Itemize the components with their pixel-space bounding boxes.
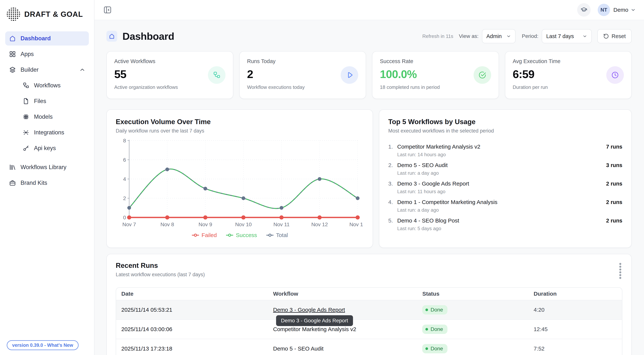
more-options-button[interactable] (618, 262, 622, 282)
last-run-label: Last run: 11 hours ago (397, 189, 622, 194)
svg-text:Nov 11: Nov 11 (274, 222, 290, 227)
svg-text:8: 8 (123, 138, 126, 144)
sidebar-item-label: Workflows (34, 82, 60, 89)
workflow-tooltip: Demo 3 - Google Ads Report (276, 315, 353, 326)
rank-label: 4. (388, 199, 397, 205)
topbar: NT Demo (94, 0, 644, 20)
reset-button[interactable]: Reset (597, 29, 632, 43)
sidebar-item-api-keys[interactable]: Api keys (5, 141, 89, 155)
learn-button[interactable] (577, 3, 590, 16)
workflow-name[interactable]: Demo 5 - SEO Audit (397, 162, 448, 168)
avatar[interactable]: NT (598, 4, 610, 16)
sidebar-item-workflows-library[interactable]: Workflows Library (5, 160, 89, 174)
version-badge[interactable]: version 0.39.0 - What's New (7, 340, 78, 350)
status-dot-icon (426, 328, 428, 330)
status-dot-icon (426, 308, 428, 311)
status-dot-icon (426, 347, 428, 350)
run-duration: 12:45 (528, 320, 622, 339)
sidebar-item-integrations[interactable]: Integrations (5, 126, 89, 140)
header-controls: Refresh in 11s View as: Admin Period: La… (422, 29, 632, 43)
reset-icon (603, 34, 609, 39)
last-run-label: Last run: a day ago (397, 207, 622, 213)
integrations-icon (22, 129, 30, 136)
dashboard-content: Dashboard Refresh in 11s View as: Admin … (94, 20, 644, 355)
period-value: Last 7 days (546, 33, 574, 40)
last-run-label: Last run: 14 hours ago (397, 152, 622, 158)
check-circle-icon (474, 66, 491, 84)
workflow-link[interactable]: Competitor Marketing Analysis v2 (273, 326, 356, 332)
legend-item-total[interactable]: Total (266, 232, 288, 238)
list-item[interactable]: 5.Demo 4 - SEO Blog Post2 runs Last run:… (388, 218, 622, 232)
list-item[interactable]: 1.Competitor Marketing Analysis v27 runs… (388, 144, 622, 158)
runs-count: 2 runs (606, 181, 622, 187)
legend-item-failed[interactable]: Failed (192, 232, 217, 238)
stat-label: Success Rate (380, 58, 491, 64)
legend-item-success[interactable]: Success (226, 232, 257, 238)
workflow-link[interactable]: Demo 5 - SEO Audit (273, 346, 324, 352)
workflow-link[interactable]: Demo 3 - Google Ads Report (273, 307, 345, 313)
column-header-duration[interactable]: Duration (528, 288, 622, 300)
list-item[interactable]: 2.Demo 5 - SEO Audit3 runs Last run: a d… (388, 162, 622, 176)
sidebar-item-label: Apps (20, 51, 34, 58)
run-status: Done (417, 339, 528, 355)
workflow-name[interactable]: Demo 4 - SEO Blog Post (397, 218, 459, 224)
panel-collapse-icon (103, 6, 112, 14)
table-row[interactable]: 2025/11/13 17:23:18 Demo 5 - SEO Audit D… (116, 339, 622, 355)
sidebar-nav: Dashboard Apps Builder Workflows Files (5, 31, 89, 190)
briefcase-icon (9, 179, 16, 186)
chevron-down-icon[interactable] (630, 7, 636, 12)
home-icon (9, 35, 16, 42)
list-item[interactable]: 4.Demo 1 - Competitor Marketing Analysis… (388, 199, 622, 213)
line-chart[interactable]: 02468Nov 7Nov 8Nov 9Nov 10Nov 11Nov 12No… (116, 137, 364, 231)
sidebar-item-brand-kits[interactable]: Brand Kits (5, 176, 89, 190)
last-run-label: Last run: a day ago (397, 170, 622, 176)
sidebar-item-apps[interactable]: Apps (5, 47, 89, 61)
run-status: Done (417, 320, 528, 339)
rank-label: 1. (388, 144, 397, 150)
status-badge: Done (422, 305, 448, 314)
dashboard-home-icon-box[interactable] (106, 31, 117, 42)
svg-text:0: 0 (123, 215, 126, 220)
sidebar-item-label: Integrations (34, 129, 64, 136)
topbar-right: NT Demo (577, 3, 636, 16)
sidebar-item-files[interactable]: Files (5, 94, 89, 108)
workflow-name[interactable]: Demo 1 - Competitor Marketing Analysis (397, 199, 498, 205)
run-workflow[interactable]: Demo 5 - SEO Audit (268, 339, 417, 355)
dots-vertical-icon (619, 262, 622, 280)
sidebar-item-label: Files (34, 98, 46, 104)
column-header-workflow[interactable]: Workflow (268, 288, 417, 300)
recent-runs-table: Date Workflow Status Duration 2025/11/14… (116, 287, 622, 355)
charts-row: Execution Volume Over Time Daily workflo… (106, 109, 632, 248)
workflow-name[interactable]: Demo 3 - Google Ads Report (397, 180, 469, 187)
svg-text:Nov 13: Nov 13 (350, 222, 363, 227)
table-row[interactable]: 2025/11/14 05:53:21 Demo 3 - Google Ads … (116, 300, 622, 320)
svg-text:Nov 8: Nov 8 (160, 222, 174, 227)
chevron-down-icon (506, 34, 511, 39)
chevron-up-icon (80, 67, 85, 72)
sidebar-item-builder[interactable]: Builder (5, 63, 89, 77)
column-header-status[interactable]: Status (417, 288, 528, 300)
period-select[interactable]: Last 7 days (542, 29, 592, 43)
run-duration: 7:52 (528, 339, 622, 355)
sidebar-item-workflows[interactable]: Workflows (5, 78, 89, 92)
sidebar-collapse-button[interactable] (103, 5, 112, 15)
page-header: Dashboard Refresh in 11s View as: Admin … (106, 28, 632, 44)
view-as-select[interactable]: Admin (482, 29, 516, 43)
top5-subtitle: Most executed workflows in the selected … (388, 128, 622, 134)
status-badge: Done (422, 344, 448, 353)
sidebar-item-dashboard[interactable]: Dashboard (5, 31, 89, 46)
svg-text:Nov 7: Nov 7 (122, 222, 136, 227)
account-name[interactable]: Demo (614, 7, 628, 13)
stat-label: Active Workflows (114, 58, 226, 64)
runs-count: 7 runs (606, 144, 622, 150)
legend-marker-icon (192, 234, 199, 237)
brand-logo[interactable]: DRAFT & GOAL (5, 8, 89, 21)
table-row[interactable]: 2025/11/14 03:00:06 Competitor Marketing… (116, 320, 622, 339)
reset-label: Reset (612, 33, 626, 40)
list-item[interactable]: 3.Demo 3 - Google Ads Report2 runs Last … (388, 180, 622, 194)
workflow-name[interactable]: Competitor Marketing Analysis v2 (397, 144, 480, 150)
column-header-date[interactable]: Date (116, 288, 268, 300)
sidebar-item-label: Builder (20, 66, 39, 73)
sidebar-item-models[interactable]: Models (5, 110, 89, 124)
legend-marker-icon (266, 234, 274, 237)
